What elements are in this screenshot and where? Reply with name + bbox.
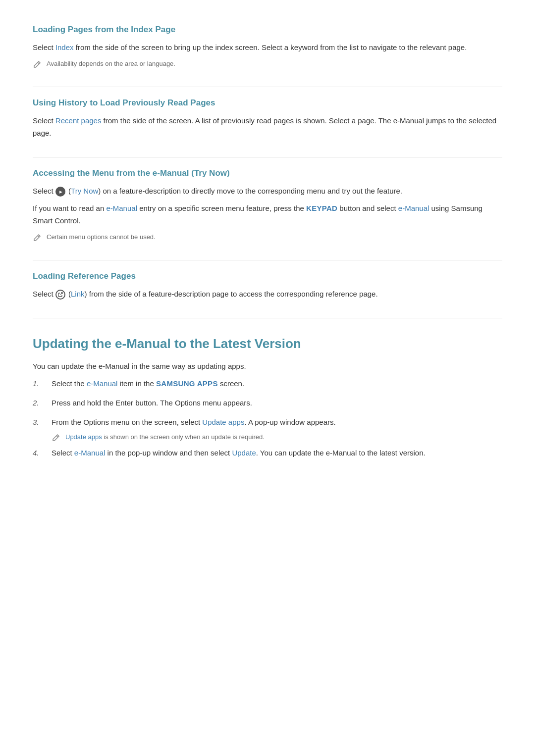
section-title-loading-index: Loading Pages from the Index Page	[33, 25, 502, 35]
step-2-text: Press and hold the Enter button. The Opt…	[52, 397, 252, 409]
pencil-icon-2	[33, 233, 42, 242]
section-title-using-history: Using History to Load Previously Read Pa…	[33, 98, 502, 108]
recent-pages-link[interactable]: Recent pages	[55, 116, 102, 125]
index-link[interactable]: Index	[55, 43, 74, 51]
pencil-icon	[33, 60, 42, 69]
pencil-icon-3	[52, 433, 60, 442]
step-3-text: From the Options menu on the screen, sel…	[52, 416, 336, 429]
try-now-link[interactable]: Try Now	[71, 187, 98, 195]
step-3: 3. From the Options menu on the screen, …	[33, 416, 502, 429]
step-2: 2. Press and hold the Enter button. The …	[33, 397, 502, 409]
link-icon	[55, 290, 65, 300]
step-4-text: Select e-Manual in the pop-up window and…	[52, 447, 426, 459]
emanual-step1-link[interactable]: e-Manual	[87, 379, 118, 388]
section-loading-index: Loading Pages from the Index Page Select…	[33, 25, 502, 69]
section-title-loading-reference: Loading Reference Pages	[33, 271, 502, 281]
section-title-updating: Updating the e-Manual to the Latest Vers…	[33, 318, 502, 352]
update-apps-note-link[interactable]: Update apps	[65, 433, 102, 441]
section-body-keypad: If you want to read an e-Manual entry on…	[33, 202, 502, 227]
emanual-link-1[interactable]: e-Manual	[106, 204, 137, 212]
step-1-num: 1.	[33, 378, 47, 390]
update-steps-list: 1. Select the e-Manual item in the SAMSU…	[33, 378, 502, 428]
section-accessing-menu: Accessing the Menu from the e-Manual (Tr…	[33, 168, 502, 242]
divider-1	[33, 87, 502, 87]
step-4: 4. Select e-Manual in the pop-up window …	[33, 447, 502, 459]
section-updating-emanual: Updating the e-Manual to the Latest Vers…	[33, 318, 502, 459]
step-4-num: 4.	[33, 447, 47, 459]
note-availability-text: Availability depends on the area or lang…	[47, 59, 175, 69]
section-body-try-now: Select ▶ (Try Now) on a feature-descript…	[33, 185, 502, 198]
update-steps-list-2: 4. Select e-Manual in the pop-up window …	[33, 447, 502, 459]
update-link[interactable]: Update	[232, 449, 256, 457]
step-3-num: 3.	[33, 416, 47, 429]
keypad-link[interactable]: KEYPAD	[306, 204, 337, 212]
divider-3	[33, 260, 502, 260]
section-using-history: Using History to Load Previously Read Pa…	[33, 98, 502, 140]
section-intro-updating: You can update the e-Manual in the same …	[33, 360, 502, 373]
try-now-icon: ▶	[55, 187, 65, 197]
section-loading-reference: Loading Reference Pages Select (Link) fr…	[33, 271, 502, 301]
step-1-text: Select the e-Manual item in the SAMSUNG …	[52, 378, 244, 390]
link-text[interactable]: Link	[71, 290, 85, 298]
section-body-using-history: Select Recent pages from the side of the…	[33, 115, 502, 140]
section-title-accessing-menu: Accessing the Menu from the e-Manual (Tr…	[33, 168, 502, 178]
divider-2	[33, 157, 502, 157]
note-update-apps-text: Update apps is shown on the screen only …	[65, 432, 265, 442]
note-update-apps: Update apps is shown on the screen only …	[52, 432, 502, 442]
note-availability: Availability depends on the area or lang…	[33, 59, 502, 69]
emanual-link-2[interactable]: e-Manual	[398, 204, 429, 212]
section-body-reference: Select (Link) from the side of a feature…	[33, 288, 502, 301]
note-menu-options-text: Certain menu options cannot be used.	[47, 232, 156, 242]
step-2-num: 2.	[33, 397, 47, 409]
emanual-step4-link[interactable]: e-Manual	[74, 449, 106, 457]
update-apps-link[interactable]: Update apps	[202, 418, 244, 426]
note-menu-options: Certain menu options cannot be used.	[33, 232, 502, 242]
samsung-apps-link[interactable]: SAMSUNG APPS	[156, 379, 218, 388]
step-1: 1. Select the e-Manual item in the SAMSU…	[33, 378, 502, 390]
section-body-loading-index: Select Index from the side of the screen…	[33, 42, 502, 54]
